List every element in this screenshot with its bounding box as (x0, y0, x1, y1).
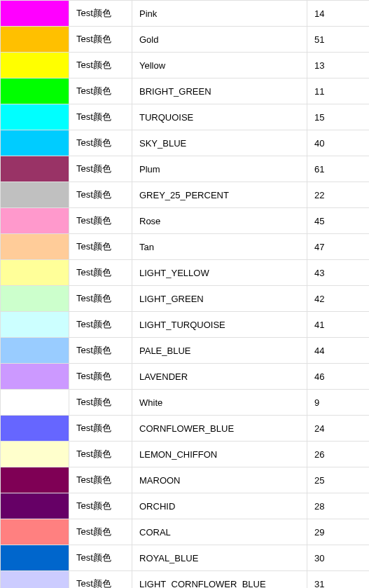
color-code-cell: 29 (307, 519, 370, 545)
color-code-cell: 46 (307, 364, 370, 390)
color-swatch (1, 338, 69, 363)
color-name-cell: CORAL (132, 519, 307, 545)
color-swatch-cell (1, 234, 69, 260)
color-swatch (1, 390, 69, 415)
color-swatch-cell (1, 260, 69, 286)
color-swatch (1, 104, 69, 130)
label-cell: Test颜色 (69, 545, 132, 571)
color-swatch (1, 130, 69, 156)
label-cell: Test颜色 (69, 338, 132, 364)
table-row: Test颜色MAROON25 (1, 467, 370, 493)
color-code-cell: 47 (307, 234, 370, 260)
color-code-cell: 25 (307, 467, 370, 493)
color-swatch-cell (1, 182, 69, 208)
color-name-cell: TURQUOISE (132, 104, 307, 130)
label-cell: Test颜色 (69, 571, 132, 589)
color-name-cell: ORCHID (132, 493, 307, 519)
table-row: Test颜色LIGHT_CORNFLOWER_BLUE31 (1, 571, 370, 589)
table-row: Test颜色TURQUOISE15 (1, 104, 370, 130)
color-swatch-cell (1, 467, 69, 493)
color-table: Test颜色Pink14Test颜色Gold51Test颜色Yellow13Te… (0, 0, 369, 588)
color-code-cell: 40 (307, 130, 370, 156)
color-name-cell: Pink (132, 1, 307, 27)
color-code-cell: 22 (307, 182, 370, 208)
color-name-cell: Yellow (132, 53, 307, 78)
table-row: Test颜色BRIGHT_GREEN11 (1, 78, 370, 104)
table-row: Test颜色PALE_BLUE44 (1, 338, 370, 364)
color-name-cell: ROYAL_BLUE (132, 545, 307, 571)
label-cell: Test颜色 (69, 208, 132, 234)
color-swatch (1, 364, 69, 389)
color-code-cell: 15 (307, 104, 370, 130)
table-row: Test颜色LIGHT_GREEN42 (1, 286, 370, 312)
color-name-cell: Gold (132, 27, 307, 53)
color-swatch (1, 53, 69, 78)
color-swatch (1, 442, 69, 467)
table-row: Test颜色ROYAL_BLUE30 (1, 545, 370, 571)
label-cell: Test颜色 (69, 130, 132, 156)
color-name-cell: LEMON_CHIFFON (132, 442, 307, 467)
color-swatch-cell (1, 78, 69, 104)
color-swatch (1, 156, 69, 182)
label-cell: Test颜色 (69, 1, 132, 27)
table-row: Test颜色ORCHID28 (1, 493, 370, 519)
color-name-cell: BRIGHT_GREEN (132, 78, 307, 104)
label-cell: Test颜色 (69, 260, 132, 286)
table-row: Test颜色Rose45 (1, 208, 370, 234)
color-swatch (1, 260, 69, 285)
color-swatch (1, 416, 69, 441)
color-swatch (1, 27, 69, 52)
table-row: Test颜色LIGHT_TURQUOISE41 (1, 312, 370, 338)
color-code-cell: 45 (307, 208, 370, 234)
color-swatch-cell (1, 286, 69, 312)
label-cell: Test颜色 (69, 312, 132, 338)
color-name-cell: White (132, 390, 307, 416)
color-name-cell: LIGHT_YELLOW (132, 260, 307, 286)
color-swatch-cell (1, 312, 69, 338)
table-row: Test颜色White9 (1, 390, 370, 416)
color-swatch (1, 208, 69, 233)
table-row: Test颜色Tan47 (1, 234, 370, 260)
color-swatch (1, 1, 69, 26)
color-swatch-cell (1, 364, 69, 390)
label-cell: Test颜色 (69, 78, 132, 104)
color-swatch-cell (1, 571, 69, 589)
color-swatch (1, 312, 69, 337)
color-name-cell: Tan (132, 234, 307, 260)
table-row: Test颜色Plum61 (1, 156, 370, 182)
label-cell: Test颜色 (69, 182, 132, 208)
table-row: Test颜色Pink14 (1, 1, 370, 27)
color-code-cell: 13 (307, 53, 370, 78)
color-swatch-cell (1, 545, 69, 571)
color-swatch (1, 519, 69, 545)
color-code-cell: 11 (307, 78, 370, 104)
label-cell: Test颜色 (69, 442, 132, 467)
label-cell: Test颜色 (69, 234, 132, 260)
label-cell: Test颜色 (69, 364, 132, 390)
table-row: Test颜色CORAL29 (1, 519, 370, 545)
color-swatch-cell (1, 27, 69, 53)
color-swatch-cell (1, 493, 69, 519)
color-code-cell: 24 (307, 416, 370, 442)
color-name-cell: Plum (132, 156, 307, 182)
color-swatch (1, 234, 69, 259)
color-code-cell: 30 (307, 545, 370, 571)
label-cell: Test颜色 (69, 27, 132, 53)
label-cell: Test颜色 (69, 104, 132, 130)
color-swatch-cell (1, 53, 69, 78)
color-code-cell: 41 (307, 312, 370, 338)
color-swatch (1, 286, 69, 311)
color-name-cell: SKY_BLUE (132, 130, 307, 156)
color-swatch-cell (1, 390, 69, 416)
color-swatch (1, 182, 69, 207)
label-cell: Test颜色 (69, 493, 132, 519)
label-cell: Test颜色 (69, 519, 132, 545)
color-code-cell: 61 (307, 156, 370, 182)
label-cell: Test颜色 (69, 467, 132, 493)
color-swatch-cell (1, 442, 69, 467)
color-swatch-cell (1, 104, 69, 130)
color-swatch (1, 493, 69, 519)
color-code-cell: 42 (307, 286, 370, 312)
color-swatch-cell (1, 156, 69, 182)
color-name-cell: LIGHT_TURQUOISE (132, 312, 307, 338)
